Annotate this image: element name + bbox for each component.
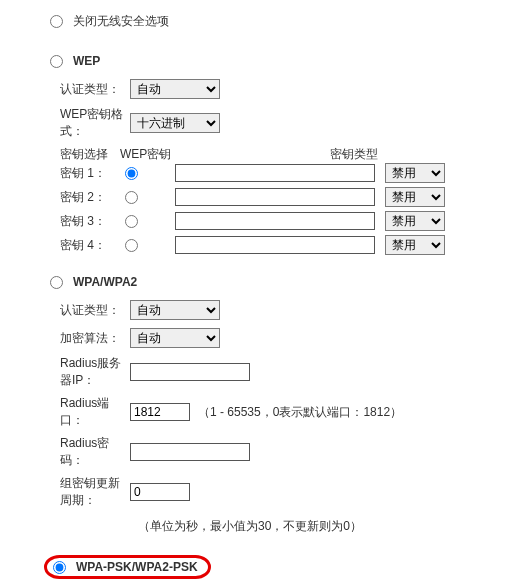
psk-radio[interactable] (53, 561, 66, 574)
wep-format-select[interactable]: 十六进制 (130, 113, 220, 133)
wep-key4-type-select[interactable]: 禁用 (385, 235, 445, 255)
wep-key2-input[interactable] (175, 188, 375, 206)
group-key-note: （单位为秒，最小值为30，不更新则为0） (138, 518, 362, 535)
psk-highlight-oval: WPA-PSK/WPA2-PSK (44, 555, 211, 579)
psk-title: WPA-PSK/WPA2-PSK (76, 560, 198, 574)
wpa-enc-select[interactable]: 自动 (130, 328, 220, 348)
wep-key1-radio[interactable] (125, 167, 138, 180)
wep-key1-label: 密钥 1： (20, 165, 120, 182)
wep-auth-select[interactable]: 自动 (130, 79, 220, 99)
wep-key2-type-select[interactable]: 禁用 (385, 187, 445, 207)
radius-ip-input[interactable] (130, 363, 250, 381)
wep-title: WEP (73, 54, 100, 68)
wep-auth-label: 认证类型： (20, 81, 130, 98)
radius-pwd-input[interactable] (130, 443, 250, 461)
wep-key2-radio[interactable] (125, 191, 138, 204)
wep-col-type: 密钥类型 (330, 146, 400, 163)
radius-port-note: （1 - 65535，0表示默认端口：1812） (198, 404, 402, 421)
wpa-radio[interactable] (50, 276, 63, 289)
wpa-enc-label: 加密算法： (20, 330, 130, 347)
wep-col-key: WEP密钥 (120, 146, 330, 163)
wpa-auth-label: 认证类型： (20, 302, 130, 319)
wpa-auth-select[interactable]: 自动 (130, 300, 220, 320)
wep-key4-radio[interactable] (125, 239, 138, 252)
radius-ip-label: Radius服务器IP： (20, 355, 130, 389)
disable-security-label: 关闭无线安全选项 (73, 13, 169, 30)
wep-key1-type-select[interactable]: 禁用 (385, 163, 445, 183)
wep-key3-label: 密钥 3： (20, 213, 120, 230)
wep-key3-input[interactable] (175, 212, 375, 230)
wep-radio[interactable] (50, 55, 63, 68)
wep-key2-label: 密钥 2： (20, 189, 120, 206)
wep-col-select: 密钥选择 (20, 146, 120, 163)
disable-security-radio[interactable] (50, 15, 63, 28)
wep-format-label: WEP密钥格式： (20, 106, 130, 140)
wep-key3-type-select[interactable]: 禁用 (385, 211, 445, 231)
wep-key4-input[interactable] (175, 236, 375, 254)
wep-key3-radio[interactable] (125, 215, 138, 228)
group-key-label: 组密钥更新周期： (20, 475, 130, 509)
group-key-input[interactable] (130, 483, 190, 501)
wep-key4-label: 密钥 4： (20, 237, 120, 254)
radius-port-input[interactable] (130, 403, 190, 421)
radius-pwd-label: Radius密码： (20, 435, 130, 469)
wep-key1-input[interactable] (175, 164, 375, 182)
wpa-title: WPA/WPA2 (73, 275, 137, 289)
radius-port-label: Radius端口： (20, 395, 130, 429)
